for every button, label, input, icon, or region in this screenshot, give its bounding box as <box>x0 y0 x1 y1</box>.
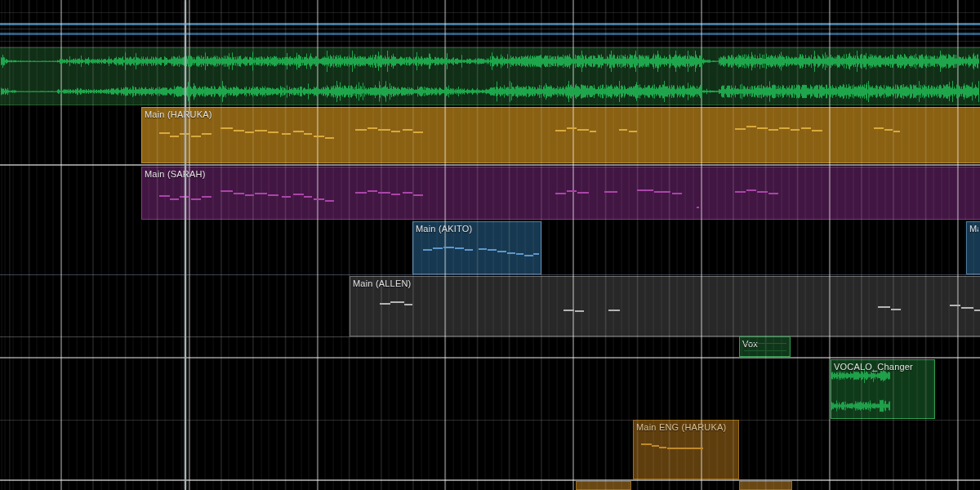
clip-vox[interactable] <box>739 336 791 357</box>
clip-main-allen[interactable] <box>350 276 980 336</box>
clip-main-akito-2[interactable] <box>966 221 980 274</box>
clip-main-akito[interactable] <box>412 221 541 274</box>
clip-main-haruka[interactable] <box>141 107 980 163</box>
clip-bottom-part-2[interactable] <box>739 481 792 490</box>
clip-vocalo-changer[interactable] <box>831 359 935 419</box>
playhead[interactable] <box>185 0 186 490</box>
clips-layer <box>0 0 980 490</box>
clip-audio-main[interactable] <box>0 47 980 105</box>
clip-main-sarah[interactable] <box>141 167 980 220</box>
clip-bottom-part-1[interactable] <box>576 481 631 490</box>
daw-arrange-view: Main (HARUKA)Main (SARAH)Main (AKITO)Mai… <box>0 0 980 490</box>
clip-main-eng-haruka[interactable] <box>633 420 739 479</box>
